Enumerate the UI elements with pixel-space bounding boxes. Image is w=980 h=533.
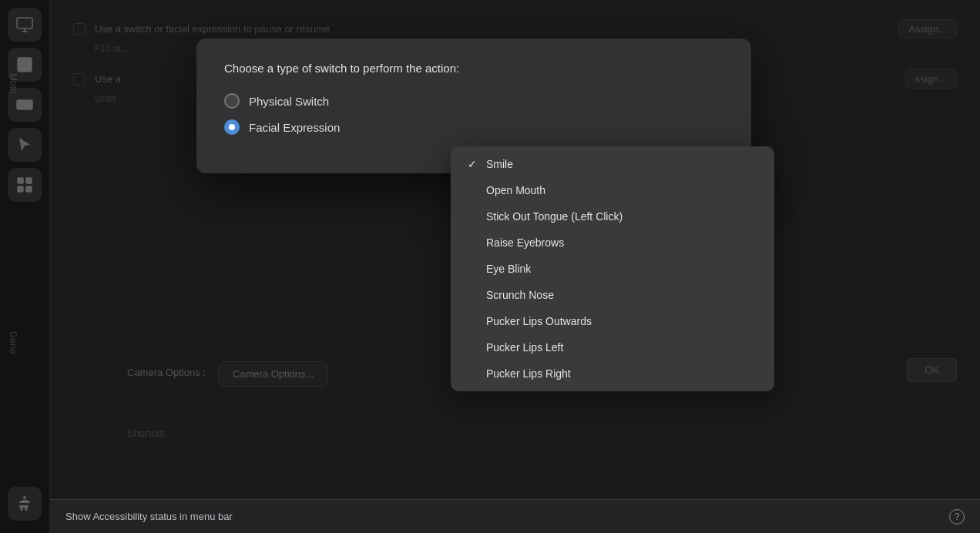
item-label-scrunch-nose: Scrunch Nose (486, 289, 759, 301)
help-button[interactable]: ? (949, 509, 965, 525)
item-label-tongue: Stick Out Tongue (Left Click) (486, 210, 759, 223)
item-label-pucker-right: Pucker Lips Right (486, 367, 759, 380)
checkmark-smile: ✓ (466, 158, 478, 170)
dropdown-item-open-mouth[interactable]: Open Mouth (451, 177, 774, 203)
item-label-open-mouth: Open Mouth (486, 184, 759, 196)
dropdown-item-scrunch-nose[interactable]: Scrunch Nose (451, 282, 774, 308)
item-label-raise-eyebrows: Raise Eyebrows (486, 236, 759, 249)
bottom-bar: Show Accessibility status in menu bar ? (50, 499, 980, 533)
dialog-title: Choose a type of switch to perform the a… (224, 62, 723, 75)
radio-physical-switch[interactable]: Physical Switch (224, 93, 723, 109)
radio-physical-label: Physical Switch (249, 95, 329, 108)
dropdown-item-pucker-outwards[interactable]: Pucker Lips Outwards (451, 308, 774, 334)
dropdown-item-smile[interactable]: ✓ Smile (451, 151, 774, 177)
item-label-eye-blink: Eye Blink (486, 263, 759, 275)
dropdown-item-pucker-left[interactable]: Pucker Lips Left (451, 334, 774, 360)
radio-facial-circle (224, 119, 240, 135)
dropdown-item-pucker-right[interactable]: Pucker Lips Right (451, 360, 774, 387)
radio-facial-label: Facial Expression (249, 121, 340, 134)
dropdown-item-tongue[interactable]: Stick Out Tongue (Left Click) (451, 203, 774, 230)
radio-physical-circle (224, 93, 240, 109)
item-label-pucker-left: Pucker Lips Left (486, 341, 759, 354)
dropdown-item-raise-eyebrows[interactable]: Raise Eyebrows (451, 230, 774, 256)
item-label-pucker-outwards: Pucker Lips Outwards (486, 315, 759, 327)
dropdown-item-eye-blink[interactable]: Eye Blink (451, 256, 774, 282)
bottom-bar-text: Show Accessibility status in menu bar (65, 511, 233, 522)
radio-facial-expression[interactable]: Facial Expression (224, 119, 723, 135)
item-label-smile: Smile (486, 158, 759, 170)
facial-expression-dropdown: ✓ Smile Open Mouth Stick Out Tongue (Lef… (451, 146, 774, 391)
